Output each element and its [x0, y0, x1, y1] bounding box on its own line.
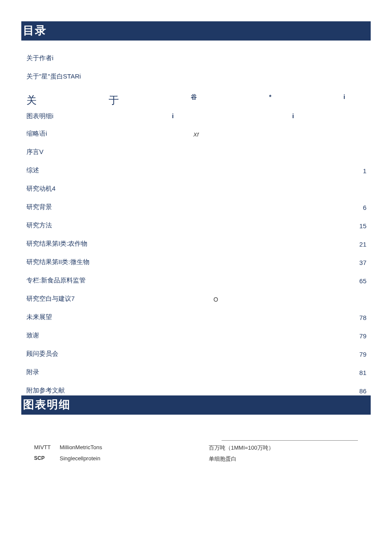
marker: i: [172, 112, 174, 120]
toc-item-appendix: 附录 81: [21, 363, 371, 381]
term-en: MillionMetricTons: [60, 444, 205, 450]
toc-label: 研究结果第I类:农作物: [26, 240, 87, 248]
term-row: MIVTT MillionMetricTons 百万吨（1MMI=100万吨）: [34, 442, 362, 453]
divider: [222, 440, 358, 441]
toc-label: 致谢: [26, 331, 39, 340]
toc-label: 附录: [26, 368, 39, 376]
toc-page: 6: [363, 204, 366, 211]
toc-page: 86: [359, 387, 366, 395]
special-char: i: [343, 93, 345, 107]
toc-label: 专栏:新食品原料监管: [26, 276, 86, 285]
toc-page: 15: [359, 222, 366, 230]
toc-item-gaps: 研究空白与建议7 O: [21, 290, 371, 308]
toc-item-overview: 综述 1: [21, 161, 371, 180]
toc-item-abbr: 缩略语i Xf: [21, 125, 371, 143]
terms-block: MIVTT MillionMetricTons 百万吨（1MMI=100万吨） …: [21, 423, 371, 465]
toc-label: 顾问委员会: [26, 350, 58, 358]
term-abbr: SCP: [34, 455, 60, 461]
figures-header: 图表明细: [21, 395, 371, 415]
toc-page: 21: [359, 241, 366, 248]
toc-label: 附加参考文献: [26, 386, 65, 395]
toc-item-background: 研究背景 6: [21, 198, 371, 216]
toc-label: 缩略语i: [26, 130, 47, 138]
toc-item-outlook: 未来展望 78: [21, 308, 371, 326]
term-row: SCP Singlecellprotein 单细胞蛋白: [34, 453, 362, 465]
toc-item-motivation: 研究动机4: [21, 180, 371, 198]
toc-header: 目录: [21, 21, 371, 41]
term-zh: 单细胞蛋白: [205, 455, 362, 463]
toc-item-board: 顾问委员会 79: [21, 345, 371, 363]
toc-page: 79: [359, 351, 366, 358]
toc-page: 81: [359, 369, 366, 376]
toc-block: 关于作者i 关于"星"蛋白STARi 关 于 谷 * i 图表明细i i i 缩…: [21, 49, 371, 395]
toc-label: 图表明细i: [26, 112, 53, 120]
term-zh: 百万吨（1MMI=100万吨）: [205, 444, 362, 452]
xf-marker: Xf: [193, 131, 199, 138]
toc-page: 37: [359, 259, 366, 266]
special-char: 于: [109, 93, 119, 107]
toc-page: 65: [359, 277, 366, 285]
toc-label: 研究动机4: [26, 185, 55, 193]
toc-label: 关于作者i: [26, 54, 53, 62]
toc-item-column: 专栏:新食品原料监管 65: [21, 271, 371, 290]
toc-label: 关于"星"蛋白STARi: [26, 73, 81, 81]
toc-sub-special: 图表明细i i i: [21, 112, 371, 120]
toc-label: 研究结果第II类:微生物: [26, 258, 89, 266]
toc-item-methods: 研究方法 15: [21, 216, 371, 235]
toc-item-star: 关于"星"蛋白STARi: [21, 67, 371, 86]
toc-page: 1: [363, 167, 366, 174]
special-char: 关: [26, 93, 37, 107]
toc-label: 研究方法: [26, 221, 52, 230]
term-abbr: MIVTT: [34, 444, 60, 450]
toc-page: 79: [359, 332, 366, 340]
special-char: *: [269, 93, 271, 107]
toc-item-thanks: 致谢 79: [21, 326, 371, 345]
toc-item-results2: 研究结果第II类:微生物 37: [21, 253, 371, 271]
special-char: 谷: [191, 93, 197, 107]
toc-label: 未来展望: [26, 313, 52, 321]
document-page: 目录 关于作者i 关于"星"蛋白STARi 关 于 谷 * i 图表明细i i …: [0, 0, 392, 482]
toc-label: 序言V: [26, 148, 43, 156]
circle-marker: O: [213, 296, 218, 303]
toc-label: 综述: [26, 166, 39, 174]
toc-item-results1: 研究结果第I类:农作物 21: [21, 235, 371, 253]
marker: i: [292, 112, 294, 120]
toc-special-row: 关 于 谷 * i: [21, 86, 371, 115]
toc-label: 研究空白与建议7: [26, 295, 75, 303]
toc-item-author: 关于作者i: [21, 49, 371, 67]
toc-item-refs: 附加参考文献 86: [21, 381, 371, 395]
term-en: Singlecellprotein: [60, 455, 205, 462]
toc-item-preface: 序言V: [21, 143, 371, 161]
toc-page: 78: [359, 314, 366, 321]
toc-label: 研究背景: [26, 203, 52, 211]
